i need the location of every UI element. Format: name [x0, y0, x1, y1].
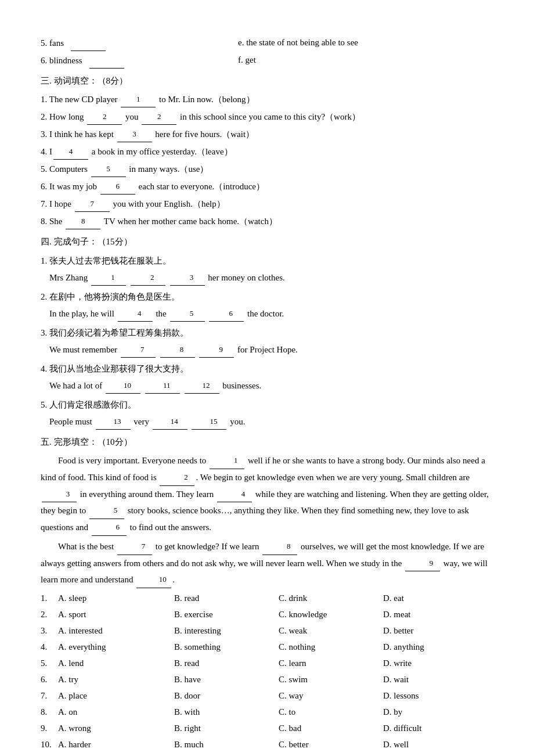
mc-1d: D. eat	[383, 591, 493, 606]
vocab-left-6: 6. blindness	[41, 52, 238, 69]
mc-8c: C. to	[279, 704, 383, 720]
section5-title: 五. 完形填空：（10分）	[41, 434, 493, 450]
mc-4d: D. anything	[383, 639, 493, 655]
mc-1c: C. drink	[279, 591, 383, 606]
section3-title: 三. 动词填空：（8分）	[41, 73, 493, 89]
s3-item6: 6. It was my job 6 each star to everyone…	[41, 178, 493, 195]
s4-ch2: 2. 在剧中，他将扮演的角色是医生。	[41, 289, 493, 305]
mc-9d: D. difficult	[383, 721, 493, 736]
mc-row-2: 2. A. sport B. exercise C. knowledge D. …	[41, 607, 493, 622]
mc-8a: A. on	[58, 704, 174, 720]
s4-blank6: 6	[209, 305, 244, 322]
mc-row-7: 7. A. place B. door C. way D. lessons	[41, 688, 493, 704]
p1-blank6: 6	[92, 519, 127, 536]
mc-6a: A. try	[58, 672, 174, 687]
p2-blank9: 9	[405, 555, 440, 572]
s3-item8: 8. She 8 TV when her mother came back ho…	[41, 213, 493, 229]
p1-blank3: 3	[42, 486, 77, 503]
mc-4b: B. something	[174, 639, 279, 655]
mc-3c: C. weak	[279, 623, 383, 639]
mc-1a: A. sleep	[58, 591, 174, 606]
mc-6d: D. wait	[383, 672, 493, 687]
s3-blank5: 5	[91, 161, 126, 177]
vocab-right-6: f. get	[238, 52, 493, 69]
mc-num-8: 8.	[41, 704, 58, 720]
mc-10c: C. better	[279, 737, 383, 753]
mc-2d: D. meat	[383, 607, 493, 622]
mc-5b: B. read	[174, 656, 279, 671]
s3-item3: 3. I think he has kept 3 here for five h…	[41, 126, 493, 142]
s3-blank3: 3	[117, 126, 152, 142]
mc-10a: A. harder	[58, 737, 174, 753]
s3-item4: 4. I4 a book in my office yesterday.（lea…	[41, 143, 493, 160]
mc-row-10: 10. A. harder B. much C. better D. well	[41, 737, 493, 753]
mc-num-7: 7.	[41, 688, 58, 704]
s4-ch4: 4. 我们从当地企业那获得了很大支持。	[41, 361, 493, 377]
s3-item5: 5. Computers 5 in many ways.（use）	[41, 161, 493, 177]
s4-ch3: 3. 我们必须记着为希望工程筹集捐款。	[41, 325, 493, 341]
vocab-blank-5	[71, 35, 106, 51]
s4-en4: We had a lot of 10 11 12 businesses.	[41, 377, 493, 394]
mc-3a: A. interested	[58, 623, 174, 639]
s4-blank1: 1	[91, 269, 126, 286]
mc-row-9: 9. A. wrong B. right C. bad D. difficult	[41, 721, 493, 736]
mc-7a: A. place	[58, 688, 174, 704]
s4-blank12: 12	[185, 377, 219, 394]
s3-item1: 1. The new CD player 1 to Mr. Lin now.（b…	[41, 91, 493, 107]
vocab-row-5: 5. fans e. the state of not being able t…	[41, 35, 493, 51]
s4-blank2: 2	[131, 269, 165, 286]
vocab-num-6: 6. blindness	[41, 53, 82, 69]
mc-3d: D. better	[383, 623, 493, 639]
s3-blank2a: 2	[87, 109, 122, 125]
s3-blank8: 8	[66, 213, 100, 229]
vocab-num-5: 5. fans	[41, 35, 64, 51]
mc-num-10: 10.	[41, 737, 58, 753]
s3-blank2b: 2	[142, 109, 176, 125]
s4-blank8: 8	[160, 341, 195, 358]
p1-blank4: 4	[217, 486, 252, 503]
mc-9c: C. bad	[279, 721, 383, 736]
s4-en3: We must remember 7 8 9 for Project Hope.	[41, 341, 493, 358]
s4-en2: In the play, he will 4 the 5 6 the docto…	[41, 305, 493, 322]
mc-6b: B. have	[174, 672, 279, 687]
s4-blank3: 3	[170, 269, 205, 286]
vocab-row-6: 6. blindness f. get	[41, 52, 493, 69]
mc-4a: A. everything	[58, 639, 174, 655]
mc-9b: B. right	[174, 721, 279, 736]
p1-blank1: 1	[210, 452, 244, 469]
mc-10d: D. well	[383, 737, 493, 753]
mc-num-1: 1.	[41, 591, 58, 606]
s3-blank7: 7	[75, 196, 110, 212]
s3-item7: 7. I hope 7 you with your English.（help）	[41, 196, 493, 212]
s4-ch5: 5. 人们肯定很感激你们。	[41, 397, 493, 413]
mc-5a: A. lend	[58, 656, 174, 671]
mc-7b: B. door	[174, 688, 279, 704]
mc-num-4: 4.	[41, 639, 58, 655]
mc-10b: B. much	[174, 737, 279, 753]
mc-table: 1. A. sleep B. read C. drink D. eat 2. A…	[41, 591, 493, 753]
vocab-blank-6	[89, 52, 124, 69]
s4-blank15: 15	[192, 413, 226, 430]
passage2: What is the best 7 to get knowledge? If …	[41, 538, 493, 588]
passage1: Food is very important. Everyone needs t…	[41, 452, 493, 536]
p2-blank7: 7	[117, 538, 152, 555]
s4-blank5: 5	[170, 305, 205, 322]
mc-6c: C. swim	[279, 672, 383, 687]
mc-7d: D. lessons	[383, 688, 493, 704]
mc-4c: C. nothing	[279, 639, 383, 655]
mc-num-5: 5.	[41, 656, 58, 671]
mc-8d: D. by	[383, 704, 493, 720]
s4-blank14: 14	[153, 413, 187, 430]
mc-9a: A. wrong	[58, 721, 174, 736]
p2-blank8: 8	[262, 538, 297, 555]
mc-num-3: 3.	[41, 623, 58, 639]
s3-blank6: 6	[100, 178, 135, 195]
mc-5c: C. learn	[279, 656, 383, 671]
s4-en5: People must 13 very 14 15 you.	[41, 413, 493, 430]
mc-1b: B. read	[174, 591, 279, 606]
s4-blank10: 10	[106, 377, 140, 394]
mc-3b: B. interesting	[174, 623, 279, 639]
s3-blank1: 1	[121, 91, 156, 107]
s4-ch1: 1. 张夫人过去常把钱花在服装上。	[41, 253, 493, 269]
mc-5d: D. write	[383, 656, 493, 671]
